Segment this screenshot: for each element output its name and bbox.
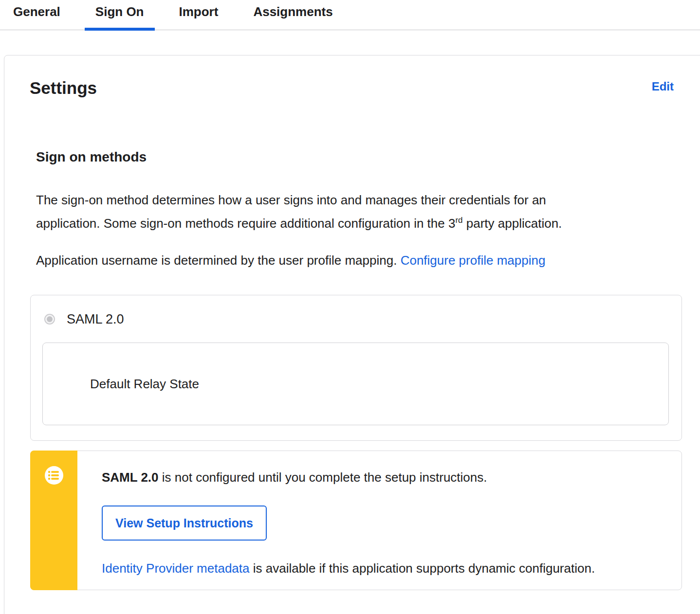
- description-line2-pre: application. Some sign-on methods requir…: [36, 216, 455, 231]
- settings-card: Settings Edit Sign on methods The sign-o…: [4, 55, 700, 614]
- saml-radio-label[interactable]: SAML 2.0: [67, 312, 124, 326]
- warning-strip: [30, 451, 77, 590]
- view-setup-instructions-button[interactable]: View Setup Instructions: [102, 506, 267, 541]
- settings-card-header: Settings Edit: [30, 78, 674, 98]
- sign-on-methods-heading: Sign on methods: [36, 149, 700, 165]
- settings-title: Settings: [30, 78, 97, 98]
- list-icon: [44, 466, 64, 485]
- configure-profile-mapping-link[interactable]: Configure profile mapping: [401, 253, 546, 268]
- description-line2-post: party application.: [463, 216, 562, 231]
- tab-import[interactable]: Import: [168, 0, 229, 30]
- callout-message-bold: SAML 2.0: [102, 470, 159, 485]
- tab-sign-on[interactable]: Sign On: [85, 0, 155, 30]
- metadata-line: Identity Provider metadata is available …: [102, 561, 682, 576]
- username-mapping-text: Application username is determined by th…: [36, 249, 664, 272]
- default-relay-state-box: Default Relay State: [42, 343, 669, 425]
- edit-link[interactable]: Edit: [652, 78, 674, 95]
- description-line1: The sign-on method determines how a user…: [36, 193, 546, 207]
- tab-general[interactable]: General: [2, 0, 71, 30]
- sign-on-description: The sign-on method determines how a user…: [36, 188, 664, 235]
- saml-radio-row: SAML 2.0: [44, 312, 668, 326]
- saml-warning-callout: SAML 2.0 is not configured until you com…: [30, 451, 682, 590]
- saml-method-box: SAML 2.0 Default Relay State: [30, 295, 682, 441]
- default-relay-state-label: Default Relay State: [90, 377, 199, 392]
- app-tabbar: General Sign On Import Assignments: [0, 0, 700, 30]
- callout-body: SAML 2.0 is not configured until you com…: [77, 451, 682, 576]
- callout-message: SAML 2.0 is not configured until you com…: [102, 470, 682, 485]
- identity-provider-metadata-link[interactable]: Identity Provider metadata: [102, 561, 250, 576]
- tab-assignments[interactable]: Assignments: [242, 0, 343, 30]
- description-superscript: rd: [455, 216, 462, 225]
- saml-radio[interactable]: [44, 314, 55, 325]
- username-mapping-static: Application username is determined by th…: [36, 253, 401, 268]
- metadata-line-rest: is available if this application support…: [250, 561, 595, 576]
- callout-message-rest: is not configured until you complete the…: [159, 470, 487, 485]
